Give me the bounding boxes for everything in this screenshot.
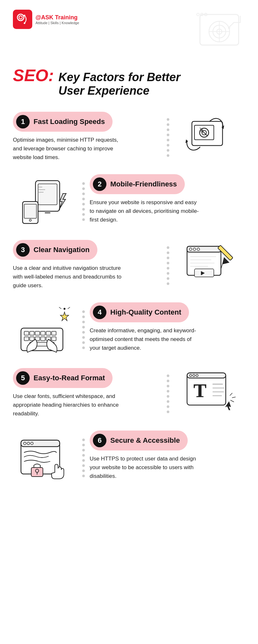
item-2-number: 2	[93, 177, 106, 191]
item-2-content: 2 Mobile-Friendliness Ensure your websit…	[90, 174, 245, 229]
logo-text: @ASK Training Attitude | Skills | Knowle…	[35, 14, 79, 25]
footer-space	[0, 488, 258, 501]
header-decoration	[194, 10, 245, 59]
readability-illustration: T	[182, 368, 237, 420]
item-5-content: 5 Easy-to-Read Format Use clear fonts, s…	[13, 368, 162, 420]
svg-line-71	[231, 400, 234, 402]
brand-tagline: Attitude | Skills | Knowledge	[35, 21, 79, 25]
svg-rect-44	[30, 331, 34, 335]
item-3-number: 3	[16, 243, 30, 257]
seo-label: SEO:	[13, 66, 54, 85]
item-2-heading: Mobile-Friendliness	[110, 180, 177, 188]
svg-rect-49	[24, 337, 29, 341]
header: @ASK Training Attitude | Skills | Knowle…	[0, 0, 258, 62]
item-5-heading: Easy-to-Read Format	[34, 374, 105, 382]
item-1-content: 1 Fast Loading Speeds Optimise images, m…	[13, 112, 162, 163]
item-1-block: 1 Fast Loading Speeds Optimise images, m…	[0, 104, 258, 166]
item-4-pill: 4 High-Quality Content	[90, 302, 189, 322]
item-3-content: 3 Clear Navigation Use a clear and intui…	[13, 240, 162, 291]
svg-point-5	[197, 13, 199, 16]
item-6-heading: Secure & Accessible	[110, 436, 180, 445]
item-3-heading: Clear Navigation	[34, 246, 90, 254]
svg-rect-43	[24, 331, 29, 335]
item-6-pill: 6 Secure & Accessible	[90, 431, 188, 450]
item-5-number: 5	[16, 371, 30, 385]
svg-point-2	[24, 15, 25, 16]
item-5-description: Use clear fonts, sufficient whitespace, …	[13, 392, 123, 418]
item-3-pill: 3 Clear Navigation	[13, 240, 97, 260]
item-1-icon	[174, 112, 245, 163]
svg-point-56	[64, 308, 65, 310]
svg-point-1	[19, 16, 22, 19]
svg-line-69	[230, 393, 232, 395]
item-5-divider	[162, 368, 174, 420]
svg-rect-54	[52, 337, 56, 341]
item-2-icon	[13, 174, 77, 229]
item-6-block: 6 Secure & Accessible Use HTTPS to prote…	[0, 423, 258, 488]
item-3-row: 3 Clear Navigation Use a clear and intui…	[13, 240, 245, 291]
page-title: Key Factors for BetterUser Experience	[58, 71, 180, 98]
item-5-row: 5 Easy-to-Read Format Use clear fonts, s…	[13, 368, 245, 420]
svg-rect-47	[46, 331, 51, 335]
item-6-number: 6	[93, 434, 106, 447]
svg-rect-48	[52, 331, 56, 335]
svg-line-58	[59, 307, 61, 309]
item-3-block: 3 Clear Navigation Use a clear and intui…	[0, 232, 258, 295]
item-4-row: 4 High-Quality Content Create informativ…	[13, 302, 245, 357]
svg-rect-73	[21, 440, 60, 447]
item-6-divider	[77, 431, 90, 485]
item-5-pill: 5 Easy-to-Read Format	[13, 368, 113, 388]
item-6-description: Use HTTPS to protect user data and desig…	[90, 454, 199, 481]
item-5-icon: T	[174, 368, 245, 420]
item-1-description: Optimise images, minimise HTTP requests,…	[13, 136, 123, 162]
item-6-content: 6 Secure & Accessible Use HTTPS to prote…	[90, 431, 245, 485]
item-4-content: 4 High-Quality Content Create informativ…	[90, 302, 245, 357]
item-6-icon	[13, 431, 77, 485]
item-4-block: 4 High-Quality Content Create informativ…	[0, 295, 258, 360]
item-2-pill: 2 Mobile-Friendliness	[90, 174, 185, 194]
item-1-divider	[162, 112, 174, 163]
svg-point-0	[17, 14, 24, 21]
svg-rect-28	[24, 204, 36, 218]
logo-area: @ASK Training Attitude | Skills | Knowle…	[13, 10, 79, 29]
logo-box	[13, 10, 32, 29]
title-section: SEO: Key Factors for BetterUser Experien…	[0, 62, 258, 104]
mobile-illustration	[18, 174, 73, 229]
item-4-heading: High-Quality Content	[110, 308, 181, 317]
item-2-description: Ensure your website is responsive and ea…	[90, 198, 199, 224]
svg-text:T: T	[194, 380, 206, 401]
item-1-pill: 1 Fast Loading Speeds	[13, 112, 113, 132]
navigation-illustration	[182, 240, 237, 291]
svg-line-70	[232, 397, 235, 398]
item-1-row: 1 Fast Loading Speeds Optimise images, m…	[13, 112, 245, 163]
svg-point-3	[24, 23, 25, 24]
svg-rect-52	[41, 337, 45, 341]
brand-name: @ASK Training	[35, 14, 79, 21]
item-1-heading: Fast Loading Speeds	[34, 118, 105, 126]
item-3-divider	[162, 240, 174, 291]
target-icon	[194, 10, 245, 58]
svg-line-57	[68, 307, 70, 309]
svg-rect-50	[30, 337, 34, 341]
content-illustration	[18, 302, 73, 357]
logo-icon	[15, 12, 30, 26]
item-2-divider	[77, 174, 90, 229]
item-4-description: Create informative, engaging, and keywor…	[90, 326, 199, 353]
item-1-number: 1	[16, 115, 30, 128]
item-4-icon	[13, 302, 77, 357]
item-3-description: Use a clear and intuitive navigation str…	[13, 264, 123, 290]
item-4-divider	[77, 302, 90, 357]
item-4-number: 4	[93, 306, 106, 319]
security-illustration	[18, 431, 73, 485]
item-5-block: 5 Easy-to-Read Format Use clear fonts, s…	[0, 360, 258, 423]
item-3-icon	[174, 240, 245, 291]
svg-rect-45	[35, 331, 40, 335]
item-6-row: 6 Secure & Accessible Use HTTPS to prote…	[13, 431, 245, 485]
fast-loading-illustration	[182, 112, 237, 163]
item-2-row: 2 Mobile-Friendliness Ensure your websit…	[13, 174, 245, 229]
item-2-block: 2 Mobile-Friendliness Ensure your websit…	[0, 166, 258, 232]
svg-rect-46	[41, 331, 45, 335]
